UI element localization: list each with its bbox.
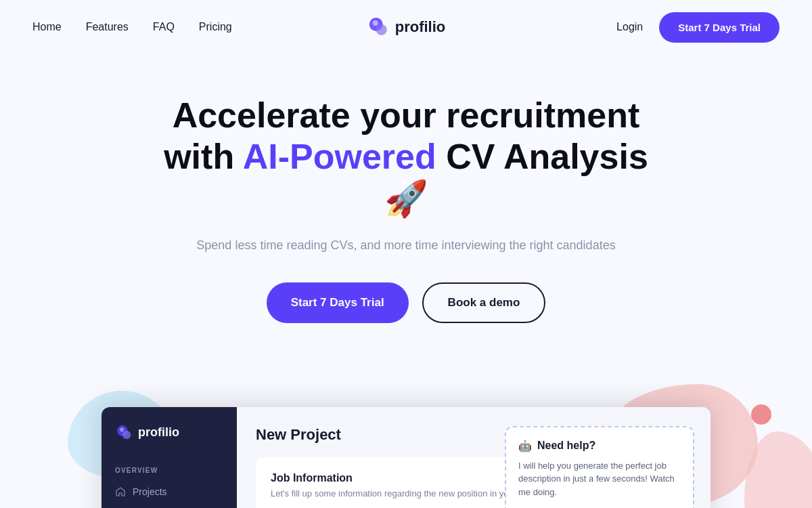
- logo: profilio: [367, 15, 446, 39]
- hero-subtext: Spend less time reading CVs, and more ti…: [176, 236, 636, 255]
- hero-demo-button[interactable]: Book a demo: [422, 282, 546, 323]
- sidebar-item-projects[interactable]: Projects: [102, 480, 237, 504]
- nav-pricing[interactable]: Pricing: [199, 21, 232, 33]
- hero-section: Accelerate your recruitment with AI-Powe…: [0, 54, 812, 391]
- ai-description: I will help you generate the perfect job…: [518, 459, 681, 499]
- hero-trial-button[interactable]: Start 7 Days Trial: [267, 282, 409, 323]
- ai-card-header: 🤖 Need help?: [518, 440, 681, 452]
- sidebar-item-billing[interactable]: Billing: [102, 504, 237, 508]
- nav-faq[interactable]: FAQ: [153, 21, 175, 33]
- sidebar-logo-text: profilio: [138, 425, 179, 440]
- svg-point-1: [376, 24, 387, 35]
- app-main-area: New Project Job Information Let's fill u…: [237, 407, 710, 508]
- sidebar-projects-label: Projects: [133, 486, 167, 497]
- hero-buttons: Start 7 Days Trial Book a demo: [16, 282, 796, 323]
- headline-ai: AI-Powered: [243, 137, 436, 176]
- app-sidebar: profilio OVERVIEW Projects Billing: [102, 407, 237, 508]
- ai-heading: Need help?: [537, 440, 595, 452]
- logo-icon: [367, 15, 391, 39]
- nav-right: Login Start 7 Days Trial: [616, 12, 780, 43]
- sidebar-logo-icon: [115, 423, 134, 442]
- nav-home[interactable]: Home: [32, 21, 62, 33]
- sidebar-logo: profilio: [102, 423, 237, 459]
- home-icon: [115, 486, 126, 497]
- decorative-area: profilio OVERVIEW Projects Billing: [0, 391, 812, 508]
- svg-point-4: [122, 431, 131, 439]
- hero-headline: Accelerate your recruitment with AI-Powe…: [149, 95, 663, 219]
- sidebar-section-overview: OVERVIEW: [102, 459, 237, 480]
- app-screenshot: profilio OVERVIEW Projects Billing: [102, 407, 710, 508]
- svg-point-2: [373, 20, 378, 26]
- login-link[interactable]: Login: [616, 21, 643, 33]
- headline-part1: Accelerate your recruitment: [173, 96, 640, 135]
- nav-features[interactable]: Features: [86, 21, 129, 33]
- nav-cta-button[interactable]: Start 7 Days Trial: [659, 12, 780, 43]
- ai-emoji: 🤖: [518, 440, 532, 452]
- svg-point-5: [120, 427, 124, 431]
- nav-links: Home Features FAQ Pricing: [32, 21, 232, 33]
- logo-text: profilio: [395, 18, 446, 36]
- ai-help-card: 🤖 Need help? I will help you generate th…: [505, 426, 694, 508]
- blob-pink-dot: [751, 404, 771, 425]
- navbar: Home Features FAQ Pricing profilio Login…: [0, 0, 812, 54]
- headline-part2: with: [164, 137, 243, 176]
